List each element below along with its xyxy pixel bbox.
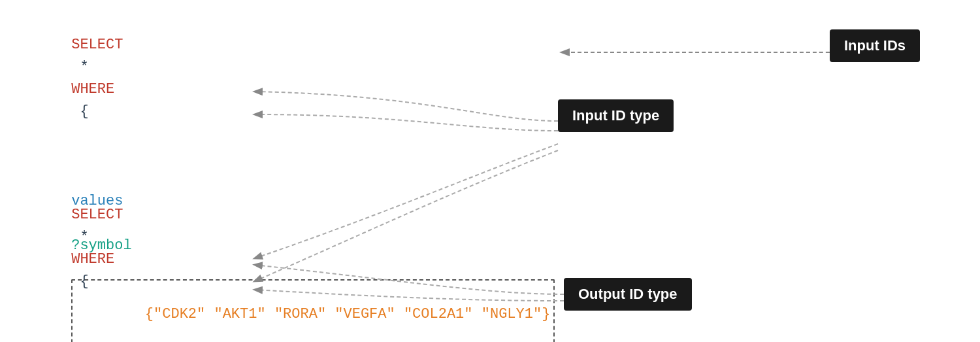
main-container: SELECT * WHERE { values ?symbol {"CDK2" … [0,0,980,342]
output-id-type-label: Output ID type [578,286,678,302]
bottom-line1: SELECT * WHERE { [20,182,460,316]
input-ids-label: Input IDs [844,37,906,54]
bottom-query: SELECT * WHERE { values ?rxnorm {"327361… [20,182,460,342]
input-id-type-label: Input ID type [572,107,659,124]
top-line1: SELECT * WHERE { [20,12,555,146]
input-id-type-box: Input ID type [558,99,674,132]
bottom-line2: values ?rxnorm {"327361" "301542" "10582… [20,316,460,342]
select-kw: SELECT [71,37,123,53]
input-ids-box: Input IDs [830,29,920,62]
output-id-type-box: Output ID type [564,278,692,311]
